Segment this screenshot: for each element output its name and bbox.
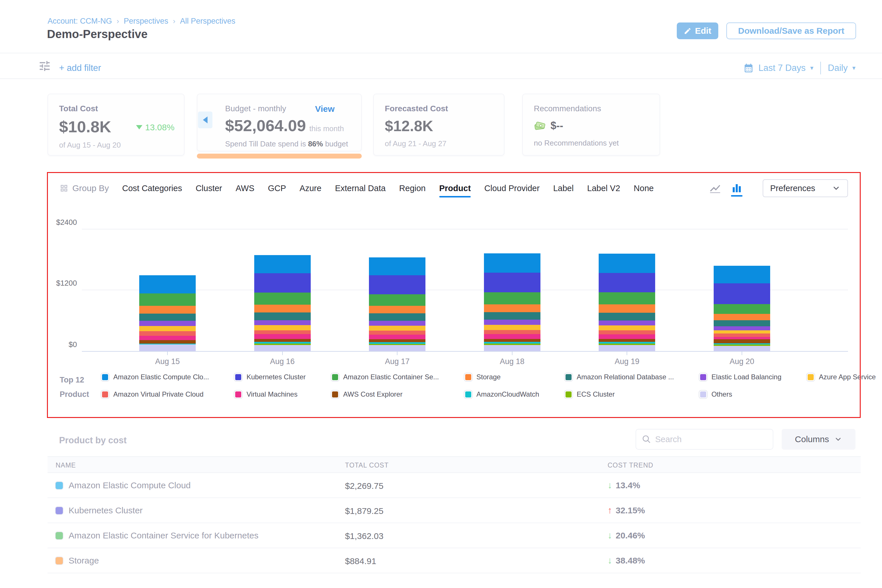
legend-item-virtual-machines[interactable]: Virtual Machines [234,390,306,398]
legend-item-amazoncloudwatch[interactable]: AmazonCloudWatch [464,390,539,398]
breadcrumb-perspectives[interactable]: Perspectives [124,17,168,26]
download-save-report-button[interactable]: Download/Save as Report [726,22,856,39]
legend-item-amazon-relational-database[interactable]: Amazon Relational Database ... [565,373,674,381]
groupby-tab-none[interactable]: None [634,184,654,193]
bar-segment-amazon-elastic-compute-clo[interactable] [139,275,196,293]
search-input[interactable] [655,435,767,444]
bar-segment-elastic-load-balancing[interactable] [598,321,655,326]
stacked-bar-aug-19[interactable] [598,254,655,351]
groupby-tab-external-data[interactable]: External Data [335,184,386,193]
bar-segment-storage[interactable] [369,306,425,313]
row-name[interactable]: Storage [56,556,99,566]
bar-segment-amazon-elastic-compute-clo[interactable] [254,255,311,273]
legend-item-elastic-load-balancing[interactable]: Elastic Load Balancing [699,373,782,381]
bar-segment-azure-app-service[interactable] [484,325,540,330]
groupby-tab-cloud-provider[interactable]: Cloud Provider [484,184,540,193]
row-name[interactable]: Amazon Elastic Compute Cloud [56,480,191,490]
legend-item-others[interactable]: Others [699,390,782,398]
granularity-dropdown[interactable]: Daily [828,63,848,73]
groupby-tab-label[interactable]: Label [553,184,574,193]
stacked-bar-aug-20[interactable] [714,266,770,351]
bar-segment-virtual-machines[interactable] [714,337,770,339]
bar-segment-aws-cost-explorer[interactable] [598,339,655,342]
bar-segment-amazon-elastic-compute-clo[interactable] [598,254,655,273]
bar-segment-others[interactable] [369,345,425,351]
bar-segment-others[interactable] [484,345,540,351]
bar-segment-virtual-machines[interactable] [139,336,196,340]
bar-segment-amazon-relational-database[interactable] [254,312,311,320]
bar-segment-amazon-relational-database[interactable] [369,313,425,321]
bar-segment-azure-app-service[interactable] [598,326,655,330]
bar-segment-elastic-load-balancing[interactable] [484,320,540,324]
stacked-bar-aug-15[interactable] [139,275,196,351]
bar-segment-aws-cost-explorer[interactable] [714,339,770,343]
budget-view-link[interactable]: View [315,104,334,114]
bar-segment-amazon-elastic-container-se[interactable] [714,304,770,314]
bar-segment-storage[interactable] [139,306,196,313]
bar-segment-elastic-load-balancing[interactable] [714,326,770,330]
breadcrumb-account[interactable]: Account: CCM-NG [48,17,112,26]
bar-segment-amazon-virtual-private-cloud[interactable] [369,331,425,334]
bar-segment-others[interactable] [714,346,770,351]
card-prev-arrow-button[interactable] [198,111,212,128]
columns-button[interactable]: Columns [782,429,855,450]
bar-chart-icon[interactable] [730,182,743,194]
groupby-tab-cost-categories[interactable]: Cost Categories [122,184,182,193]
bar-segment-others[interactable] [139,345,196,351]
bar-segment-others[interactable] [598,345,655,351]
chevron-down-icon[interactable]: ▾ [852,64,855,72]
bar-segment-elastic-load-balancing[interactable] [369,321,425,326]
bar-segment-amazon-relational-database[interactable] [714,320,770,326]
bar-segment-elastic-load-balancing[interactable] [139,321,196,326]
bar-segment-virtual-machines[interactable] [484,334,540,339]
bar-segment-amazon-elastic-compute-clo[interactable] [714,266,770,284]
bar-segment-aws-cost-explorer[interactable] [254,339,311,342]
table-row-amazon-elastic-container-service-for-kubernetes[interactable]: Amazon Elastic Container Service for Kub… [48,523,861,548]
bar-segment-amazon-elastic-container-se[interactable] [598,292,655,304]
add-filter-button[interactable]: + add filter [59,63,101,73]
stacked-bar-aug-16[interactable] [254,255,311,351]
bar-segment-amazon-elastic-container-se[interactable] [139,293,196,306]
bar-segment-azure-app-service[interactable] [254,325,311,330]
bar-segment-azure-app-service[interactable] [139,326,196,331]
legend-item-aws-cost-explorer[interactable]: AWS Cost Explorer [331,390,439,398]
bar-segment-aws-cost-explorer[interactable] [369,339,425,342]
bar-segment-kubernetes-cluster[interactable] [369,275,425,294]
bar-segment-kubernetes-cluster[interactable] [484,273,540,292]
bar-segment-amazon-relational-database[interactable] [139,314,196,321]
bar-segment-azure-app-service[interactable] [714,330,770,333]
groupby-tab-azure[interactable]: Azure [300,184,321,193]
row-name[interactable]: Amazon Elastic Container Service for Kub… [56,531,258,540]
stacked-bar-aug-17[interactable] [369,257,425,351]
bar-segment-amazon-elastic-container-se[interactable] [484,292,540,304]
bar-segment-storage[interactable] [484,304,540,312]
groupby-tab-region[interactable]: Region [399,184,426,193]
bar-segment-virtual-machines[interactable] [254,334,311,339]
bar-segment-amazon-elastic-container-se[interactable] [254,292,311,304]
table-row-storage[interactable]: Storage$884.91↓38.48% [48,548,861,573]
bar-segment-aws-cost-explorer[interactable] [484,339,540,342]
bar-segment-azure-app-service[interactable] [369,326,425,331]
filter-sliders-icon[interactable] [38,59,51,74]
bar-segment-amazon-virtual-private-cloud[interactable] [484,330,540,334]
bar-segment-virtual-machines[interactable] [598,334,655,339]
date-range-dropdown[interactable]: Last 7 Days [758,63,806,73]
chevron-down-icon[interactable]: ▾ [810,64,813,72]
legend-item-kubernetes-cluster[interactable]: Kubernetes Cluster [234,373,306,381]
legend-item-azure-app-service[interactable]: Azure App Service [807,373,876,381]
edit-button[interactable]: Edit [677,22,718,39]
bar-segment-virtual-machines[interactable] [369,334,425,339]
bar-segment-aws-cost-explorer[interactable] [139,340,196,344]
legend-item-storage[interactable]: Storage [464,373,539,381]
bar-segment-amazon-virtual-private-cloud[interactable] [139,331,196,336]
groupby-tab-gcp[interactable]: GCP [268,184,286,193]
bar-segment-amazon-virtual-private-cloud[interactable] [714,333,770,337]
groupby-tab-aws[interactable]: AWS [236,184,255,193]
bar-segment-elastic-load-balancing[interactable] [254,320,311,325]
bar-segment-kubernetes-cluster[interactable] [598,273,655,292]
legend-item-amazon-elastic-compute-clo[interactable]: Amazon Elastic Compute Clo... [101,373,209,381]
legend-item-amazon-elastic-container-se[interactable]: Amazon Elastic Container Se... [331,373,439,381]
stacked-bar-aug-18[interactable] [484,254,540,351]
groupby-tab-label-v2[interactable]: Label V2 [587,184,620,193]
bar-segment-amazon-relational-database[interactable] [598,313,655,321]
